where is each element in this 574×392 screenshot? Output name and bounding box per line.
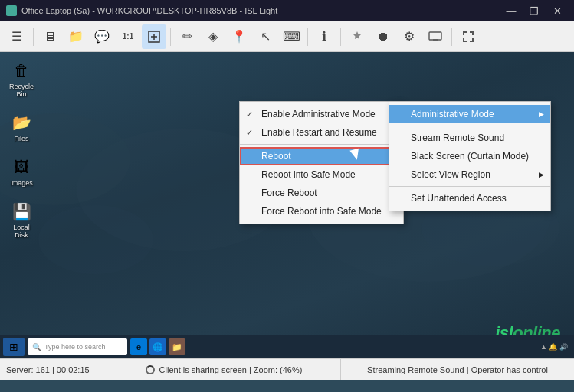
images-label: Images xyxy=(10,179,33,187)
enable-admin-mode-item[interactable]: Enable Administrative Mode xyxy=(240,105,403,123)
toolbar-divider-4 xyxy=(340,28,341,46)
keyboard-button[interactable]: ⌨ xyxy=(279,24,303,49)
minimize-button[interactable]: — xyxy=(500,0,522,21)
settings-button[interactable]: ⚙ xyxy=(397,24,421,49)
toolbar-divider-5 xyxy=(451,28,452,46)
maximize-button[interactable]: ❐ xyxy=(523,0,545,21)
sync-icon xyxy=(146,365,155,374)
start-button[interactable]: ⊞ xyxy=(3,338,25,356)
force-reboot-safe-item[interactable]: Force Reboot into Safe Mode xyxy=(240,202,403,220)
toolbar-divider-1 xyxy=(33,28,34,46)
files-icon[interactable]: 📂 Files xyxy=(6,112,37,142)
record-button[interactable]: ⏺ xyxy=(371,24,395,49)
local-disk-icon[interactable]: 💾 Local Disk xyxy=(6,201,37,239)
toolbar: ☰ 🖥 📁 💬 1:1 ✏ ◈ 📍 ↖ ⌨ ℹ ⏺ ⚙ xyxy=(0,21,574,52)
taskbar-search-label: Type here to search xyxy=(44,343,106,351)
ctx-divider-right-1 xyxy=(389,126,550,126)
force-reboot-item[interactable]: Force Reboot xyxy=(240,184,403,202)
recycle-bin-label: Recycle Bin xyxy=(6,83,37,98)
close-button[interactable]: ✕ xyxy=(546,0,568,21)
svg-rect-1 xyxy=(429,32,441,40)
black-screen-item[interactable]: Black Screen (Curtain Mode) xyxy=(389,147,550,165)
monitor-button[interactable]: 🖥 xyxy=(38,24,62,49)
status-bar: Server: 161 | 00:02:15 Client is sharing… xyxy=(0,358,574,380)
sound-operator-status: Streaming Remote Sound | Operator has co… xyxy=(367,365,548,374)
chat-button[interactable]: 💬 xyxy=(90,24,114,49)
folder-button[interactable]: 📁 xyxy=(64,24,88,49)
screen-switch-button[interactable] xyxy=(423,24,448,49)
tools-button[interactable] xyxy=(345,24,369,49)
desktop-icons: 🗑 Recycle Bin 📂 Files 🖼 Images 💾 Local D… xyxy=(6,60,37,239)
ratio-button[interactable]: 1:1 xyxy=(116,24,140,49)
reboot-item[interactable]: Reboot xyxy=(240,147,403,165)
taskbar-search[interactable]: 🔍 Type here to search xyxy=(28,338,127,355)
tray-icons: ▲ 🔔 🔊 xyxy=(540,343,568,351)
select-view-item[interactable]: Select View Region xyxy=(389,165,550,184)
cursor-button[interactable]: ↖ xyxy=(253,24,277,49)
window-title: Office Laptop (Sa) - WORKGROUP\DESKTOP-H… xyxy=(21,6,277,15)
toolbar-divider-2 xyxy=(170,28,171,46)
files-label: Files xyxy=(14,135,28,142)
taskbar-app-1[interactable]: e xyxy=(130,338,147,355)
set-unattended-item[interactable]: Set Unattended Access xyxy=(389,189,550,207)
local-disk-label: Local Disk xyxy=(6,224,37,239)
status-center-info: Client is sharing screen | Zoom: (46%) xyxy=(107,359,341,380)
highlight-button[interactable]: ◈ xyxy=(201,24,225,49)
taskbar-system-tray: ▲ 🔔 🔊 xyxy=(540,343,571,351)
context-menu-left: Enable Administrative Mode Enable Restar… xyxy=(239,101,404,224)
ctx-divider-1 xyxy=(240,144,403,145)
ctx-divider-right-2 xyxy=(389,186,550,187)
title-bar: Office Laptop (Sa) - WORKGROUP\DESKTOP-H… xyxy=(0,0,574,21)
window-controls: — ❐ ✕ xyxy=(500,0,568,21)
fullscreen-button[interactable] xyxy=(456,24,481,49)
remote-desktop[interactable]: 🗑 Recycle Bin 📂 Files 🖼 Images 💾 Local D… xyxy=(0,52,574,358)
sharing-status: Client is sharing screen | Zoom: (46%) xyxy=(159,365,303,374)
reboot-safe-mode-item[interactable]: Reboot into Safe Mode xyxy=(240,165,403,184)
pencil-button[interactable]: ✏ xyxy=(175,24,199,49)
context-menu-right: Administrative Mode Stream Remote Sound … xyxy=(389,101,551,211)
status-server-info: Server: 161 | 00:02:15 xyxy=(0,359,107,380)
recycle-bin-icon[interactable]: 🗑 Recycle Bin xyxy=(6,60,37,98)
server-status: Server: 161 | 00:02:15 xyxy=(6,365,90,374)
enable-restart-item[interactable]: Enable Restart and Resume xyxy=(240,123,403,142)
menu-button[interactable]: ☰ xyxy=(5,24,29,49)
toolbar-divider-3 xyxy=(307,28,308,46)
taskbar-app-3[interactable]: 📁 xyxy=(169,338,185,355)
remote-taskbar: ⊞ 🔍 Type here to search e 🌐 📁 ▲ 🔔 🔊 xyxy=(0,335,574,358)
status-right-info: Streaming Remote Sound | Operator has co… xyxy=(341,359,574,380)
images-icon[interactable]: 🖼 Images xyxy=(6,156,37,187)
admin-mode-item[interactable]: Administrative Mode xyxy=(389,105,550,123)
app-icon xyxy=(6,5,17,16)
taskbar-app-2[interactable]: 🌐 xyxy=(149,338,166,355)
pin-button[interactable]: 📍 xyxy=(227,24,251,49)
info-button[interactable]: ℹ xyxy=(312,24,336,49)
stream-sound-item[interactable]: Stream Remote Sound xyxy=(389,129,550,147)
taskbar-apps: e 🌐 📁 xyxy=(130,338,185,355)
fit-button[interactable] xyxy=(142,24,166,49)
